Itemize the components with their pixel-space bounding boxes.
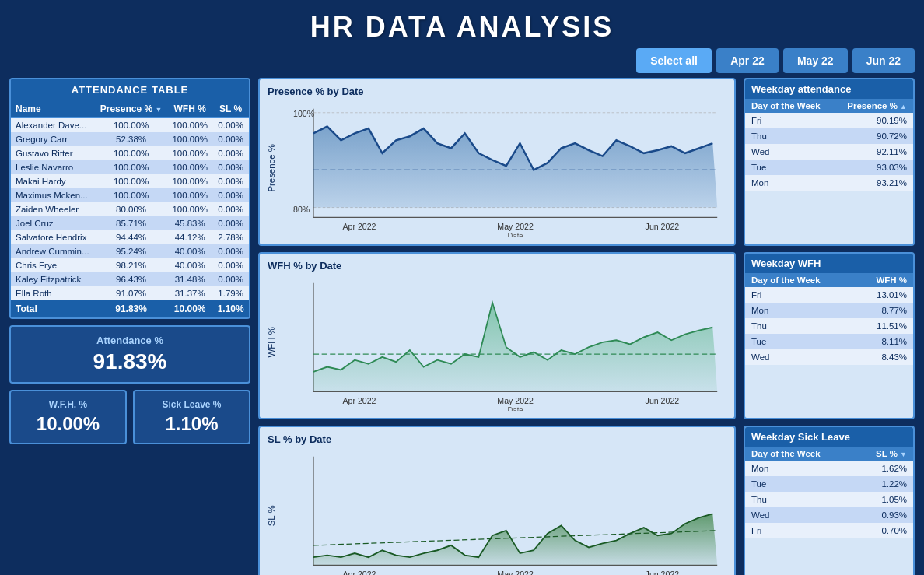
weekday-attendance-box: Weekday attendance Day of the Week Prese… — [744, 78, 915, 246]
table-row[interactable]: Alexander Dave... 100.00% 100.00% 0.00% — [11, 118, 249, 133]
table-row[interactable]: Makai Hardy 100.00% 100.00% 0.00% — [11, 174, 249, 188]
cell-sl: 1.79% — [212, 286, 249, 300]
weekday-wfh-table: Day of the Week WFH % Fri13.01%Mon8.77%T… — [745, 273, 913, 365]
cell-name: Zaiden Wheeler — [11, 202, 95, 216]
filter-may22-button[interactable]: May 22 — [783, 48, 848, 73]
cell-wfh: 31.37% — [167, 286, 212, 300]
filter-jun22-button[interactable]: Jun 22 — [852, 48, 915, 73]
svg-text:SL %: SL % — [268, 506, 276, 527]
cell-presence: 100.00% — [95, 160, 167, 174]
wfh-chart-box: WFH % by Date WFH % Apr 2022 May 2022 Ju… — [258, 252, 736, 420]
table-row[interactable]: Joel Cruz 85.71% 45.83% 0.00% — [11, 216, 249, 230]
cell-presence: 100.00% — [95, 118, 167, 133]
filter-apr22-button[interactable]: Apr 22 — [716, 48, 779, 73]
kpi-attendance-value: 91.83% — [20, 349, 240, 374]
wfh-chart-title: WFH % by Date — [268, 260, 726, 272]
cell-wfh: 100.00% — [167, 188, 212, 202]
table-row[interactable]: Maximus Mcken... 100.00% 100.00% 0.00% — [11, 188, 249, 202]
table-row[interactable]: Gregory Carr 52.38% 100.00% 0.00% — [11, 132, 249, 146]
list-item: Mon1.62% — [745, 461, 913, 476]
value-cell: 8.11% — [855, 334, 913, 349]
cell-name: Gregory Carr — [11, 132, 95, 146]
col-name: Name — [11, 100, 95, 118]
cell-sl: 0.00% — [212, 146, 249, 160]
kpi-attendance: Attendance % 91.83% — [9, 325, 250, 384]
value-cell: 90.19% — [835, 113, 913, 128]
day-cell: Thu — [745, 128, 835, 144]
wfh-chart-svg: WFH % Apr 2022 May 2022 Jun 2022 Date — [268, 273, 726, 412]
cell-presence: 96.43% — [95, 272, 167, 286]
cell-presence: 100.00% — [95, 188, 167, 202]
cell-sl: 0.00% — [212, 202, 249, 216]
cell-wfh: 100.00% — [167, 174, 212, 188]
total-presence: 91.83% — [95, 300, 167, 317]
value-cell: 90.72% — [835, 128, 913, 144]
day-cell: Mon — [745, 175, 835, 191]
wa-col1: Day of the Week — [745, 99, 835, 113]
cell-sl: 0.00% — [212, 160, 249, 174]
ws-col2: SL % ▼ — [855, 447, 913, 461]
list-item: Tue8.11% — [745, 334, 913, 349]
cell-name: Joel Cruz — [11, 216, 95, 230]
cell-sl: 0.00% — [212, 132, 249, 146]
sl-chart-svg: SL % Apr 2022 May 2022 Jun 2022 Date — [268, 447, 726, 575]
attendance-table: Name Presence % ▼ WFH % SL % Alexander D… — [11, 100, 249, 317]
list-item: Thu1.05% — [745, 492, 913, 507]
cell-wfh: 100.00% — [167, 146, 212, 160]
left-column: ATTENDANCE TABLE Name Presence % ▼ WFH %… — [9, 78, 250, 575]
cell-presence: 80.00% — [95, 202, 167, 216]
day-cell: Mon — [745, 303, 855, 318]
list-item: Wed8.43% — [745, 349, 913, 365]
list-item: Fri0.70% — [745, 523, 913, 538]
table-row[interactable]: Kaley Fitzpatrick 96.43% 31.48% 0.00% — [11, 272, 249, 286]
filter-bar: Select all Apr 22 May 22 Jun 22 — [0, 48, 924, 78]
table-row[interactable]: Gustavo Ritter 100.00% 100.00% 0.00% — [11, 146, 249, 160]
table-row[interactable]: Andrew Cummin... 95.24% 40.00% 0.00% — [11, 244, 249, 258]
svg-text:WFH %: WFH % — [268, 327, 276, 358]
day-cell: Thu — [745, 318, 855, 334]
sort-presence-icon: ▲ — [900, 103, 907, 110]
table-row[interactable]: Zaiden Wheeler 80.00% 100.00% 0.00% — [11, 202, 249, 216]
value-cell: 1.22% — [855, 476, 913, 492]
value-cell: 1.05% — [855, 492, 913, 507]
weekday-wfh-title: Weekday WFH — [745, 254, 913, 273]
ww-col2: WFH % — [855, 273, 913, 287]
attendance-table-box: ATTENDANCE TABLE Name Presence % ▼ WFH %… — [9, 78, 250, 319]
svg-text:Date: Date — [508, 232, 523, 237]
svg-text:Apr 2022: Apr 2022 — [342, 395, 376, 405]
table-row[interactable]: Salvatore Hendrix 94.44% 44.12% 2.78% — [11, 230, 249, 244]
list-item: Tue93.03% — [745, 160, 913, 175]
svg-text:Apr 2022: Apr 2022 — [342, 570, 376, 575]
sort-sl-icon: ▼ — [900, 451, 907, 458]
kpi-sl-value: 1.10% — [141, 413, 243, 435]
day-cell: Thu — [745, 492, 855, 507]
page-title: HR DATA ANALYSIS — [0, 0, 924, 51]
ws-col1: Day of the Week — [745, 447, 855, 461]
cell-sl: 2.78% — [212, 230, 249, 244]
cell-sl: 0.00% — [212, 118, 249, 133]
svg-text:Date: Date — [508, 406, 523, 412]
cell-name: Gustavo Ritter — [11, 146, 95, 160]
attendance-table-title: ATTENDANCE TABLE — [11, 79, 249, 100]
cell-sl: 0.00% — [212, 272, 249, 286]
cell-presence: 95.24% — [95, 244, 167, 258]
kpi-sl-label: Sick Leave % — [141, 399, 243, 410]
list-item: Mon8.77% — [745, 303, 913, 318]
cell-presence: 91.07% — [95, 286, 167, 300]
table-row[interactable]: Ella Roth 91.07% 31.37% 1.79% — [11, 286, 249, 300]
cell-name: Kaley Fitzpatrick — [11, 272, 95, 286]
svg-text:Jun 2022: Jun 2022 — [646, 395, 680, 405]
value-cell: 93.21% — [835, 175, 913, 191]
cell-name: Andrew Cummin... — [11, 244, 95, 258]
day-cell: Wed — [745, 349, 855, 365]
select-all-button[interactable]: Select all — [636, 48, 712, 73]
svg-text:80%: 80% — [293, 205, 310, 214]
table-row[interactable]: Chris Frye 98.21% 40.00% 0.00% — [11, 258, 249, 272]
weekday-attendance-table: Day of the Week Presence % ▲ Fri90.19%Th… — [745, 99, 913, 191]
presence-chart-box: Presence % by Date Presence % 100% 80% A… — [258, 78, 736, 246]
day-cell: Mon — [745, 461, 855, 476]
list-item: Wed92.11% — [745, 144, 913, 160]
table-row[interactable]: Leslie Navarro 100.00% 100.00% 0.00% — [11, 160, 249, 174]
kpi-wfh-label: W.F.H. % — [17, 399, 119, 410]
kpi-sick-leave: Sick Leave % 1.10% — [133, 390, 250, 444]
